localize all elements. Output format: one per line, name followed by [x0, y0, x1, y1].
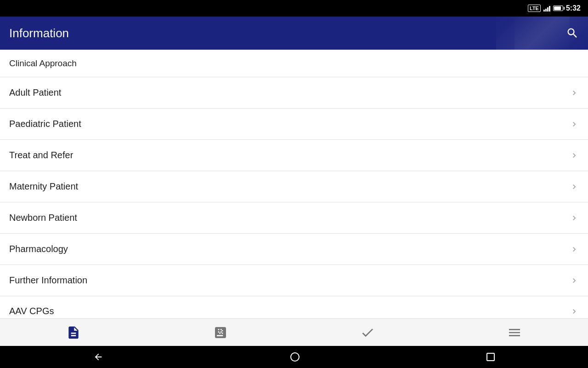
list-item-clinical-approach[interactable]: Clinical Approach: [0, 50, 588, 77]
list-item-label-further-information: Further Information: [9, 275, 87, 286]
search-icon: [566, 27, 579, 40]
bottom-nav: [0, 318, 588, 346]
list-item-label-paediatric-patient: Paediatric Patient: [9, 119, 81, 129]
documents-icon: [66, 325, 81, 340]
list-item-paediatric-patient[interactable]: Paediatric Patient: [0, 109, 588, 140]
list-item-pharmacology[interactable]: Pharmacology: [0, 234, 588, 265]
search-button[interactable]: [566, 27, 579, 40]
status-bar: LTE 5:32: [0, 0, 588, 17]
list-item-label-newborn-patient: Newborn Patient: [9, 213, 77, 223]
svg-rect-1: [487, 353, 494, 361]
page-title: Information: [9, 26, 69, 40]
home-button[interactable]: [290, 352, 300, 362]
list-item-adult-patient[interactable]: Adult Patient: [0, 77, 588, 109]
svg-point-0: [291, 353, 299, 361]
back-icon: [93, 352, 103, 362]
chevron-right-icon: [570, 182, 579, 191]
chevron-right-icon: [570, 276, 579, 285]
calculator-icon: [213, 325, 228, 340]
chevron-right-icon: [570, 120, 579, 129]
status-icons: LTE 5:32: [528, 4, 581, 12]
lte-indicator: LTE: [528, 5, 541, 12]
list-item-label-adult-patient: Adult Patient: [9, 87, 61, 98]
list-item-maternity-patient[interactable]: Maternity Patient: [0, 171, 588, 202]
chevron-right-icon: [570, 88, 579, 98]
chevron-right-icon: [570, 151, 579, 160]
list-item-treat-and-refer[interactable]: Treat and Refer: [0, 140, 588, 171]
home-icon: [290, 352, 300, 362]
list-item-newborn-patient[interactable]: Newborn Patient: [0, 202, 588, 234]
list-item-label-clinical-approach: Clinical Approach: [9, 58, 77, 69]
back-button[interactable]: [93, 352, 103, 362]
list-item-label-pharmacology: Pharmacology: [9, 244, 68, 254]
recents-button[interactable]: [486, 353, 495, 361]
nav-documents-button[interactable]: [0, 319, 147, 346]
android-nav-bar: [0, 346, 588, 368]
checkmark-icon: [360, 325, 375, 340]
chevron-right-icon: [570, 245, 579, 254]
app-header: Information: [0, 17, 588, 50]
battery-icon: [553, 6, 563, 11]
signal-icon: [543, 5, 550, 12]
list-item-label-aav-cpgs: AAV CPGs: [9, 306, 54, 316]
chevron-right-icon: [570, 213, 579, 223]
list-item-further-information[interactable]: Further Information: [0, 265, 588, 296]
nav-calculator-button[interactable]: [147, 319, 294, 346]
nav-menu-button[interactable]: [441, 319, 588, 346]
content-list: Clinical ApproachAdult PatientPaediatric…: [0, 50, 588, 318]
hamburger-icon: [507, 325, 522, 340]
list-item-aav-cpgs[interactable]: AAV CPGs: [0, 296, 588, 318]
nav-checkmark-button[interactable]: [294, 319, 441, 346]
list-item-label-maternity-patient: Maternity Patient: [9, 181, 78, 192]
recents-icon: [486, 353, 495, 361]
chevron-right-icon: [570, 307, 579, 316]
list-item-label-treat-and-refer: Treat and Refer: [9, 150, 73, 161]
status-time: 5:32: [566, 4, 581, 12]
